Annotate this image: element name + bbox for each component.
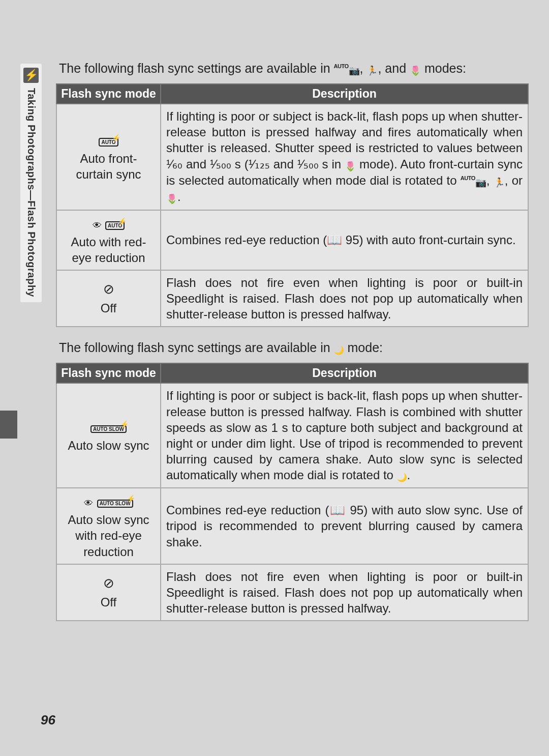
mode-description: Combines red-eye reduction (📖 95) with a… xyxy=(161,210,528,270)
night-portrait-icon xyxy=(334,344,344,356)
page-number: 96 xyxy=(41,712,55,728)
col-header-desc: Description xyxy=(161,363,528,383)
intro-text-2: The following flash sync settings are av… xyxy=(59,340,529,356)
mode-label: Auto front-curtain sync xyxy=(76,152,141,181)
mode-label: Off xyxy=(101,301,117,315)
flash-sync-table-2: Flash sync mode Description AUTO SLOW⚡ A… xyxy=(56,363,529,621)
intro-text-1: The following flash sync settings are av… xyxy=(59,61,529,76)
auto-slow-icon: AUTO SLOW⚡ xyxy=(62,418,155,435)
table-row: AUTO SLOW⚡ Auto slow sync If lighting is… xyxy=(56,383,528,488)
sports-icon xyxy=(494,176,505,189)
table-row: AUTO⚡ Auto front-curtain sync If lightin… xyxy=(56,104,528,210)
col-header-mode: Flash sync mode xyxy=(56,84,161,104)
mode-description: If lighting is poor or subject is back-l… xyxy=(161,383,528,488)
col-header-desc: Description xyxy=(161,84,528,104)
mode-description: If lighting is poor or subject is back-l… xyxy=(161,104,528,210)
night-portrait-icon xyxy=(397,470,407,483)
flash-icon: ⚡ xyxy=(23,68,39,83)
mode-label: Auto slow sync xyxy=(68,439,149,452)
auto-redeye-icon: 👁 AUTO⚡ xyxy=(62,215,155,232)
mode-description: Combines red-eye reduction (📖 95) with a… xyxy=(161,488,528,564)
flash-off-icon: ⊘ xyxy=(62,575,155,592)
flash-off-icon: ⊘ xyxy=(62,281,155,298)
auto-slow-redeye-icon: 👁 AUTO SLOW⚡ xyxy=(62,492,155,510)
closeup-icon xyxy=(345,159,356,172)
table-row: ⊘ Off Flash does not fire even when ligh… xyxy=(56,564,528,621)
table-row: 👁 AUTO⚡ Auto with red-eye reduction Comb… xyxy=(56,210,528,270)
closeup-icon xyxy=(166,192,177,205)
mode-description: Flash does not fire even when lighting i… xyxy=(161,270,528,327)
sidebar-tab: ⚡ Taking Photographs—Flash Photography xyxy=(20,64,42,302)
table-row: 👁 AUTO SLOW⚡ Auto slow sync with red-eye… xyxy=(56,488,528,564)
closeup-icon xyxy=(410,65,421,76)
mode-label: Auto slow sync with red-eye reduction xyxy=(68,513,149,558)
auto-flash-icon: AUTO⚡ xyxy=(62,131,155,149)
col-header-mode: Flash sync mode xyxy=(56,363,161,383)
page-edge-marker xyxy=(0,411,17,439)
mode-label: Auto with red-eye reduction xyxy=(71,235,146,265)
camera-icon xyxy=(475,176,486,189)
camera-icon xyxy=(349,65,360,76)
sports-icon xyxy=(367,65,378,76)
mode-description: Flash does not fire even when lighting i… xyxy=(161,564,528,621)
auto-camera-icon: AUTO xyxy=(334,63,349,69)
table-row: ⊘ Off Flash does not fire even when ligh… xyxy=(56,270,528,327)
sidebar-label: Taking Photographs—Flash Photography xyxy=(25,88,37,297)
flash-sync-table-1: Flash sync mode Description AUTO⚡ Auto f… xyxy=(56,83,529,327)
mode-label: Off xyxy=(101,595,117,609)
